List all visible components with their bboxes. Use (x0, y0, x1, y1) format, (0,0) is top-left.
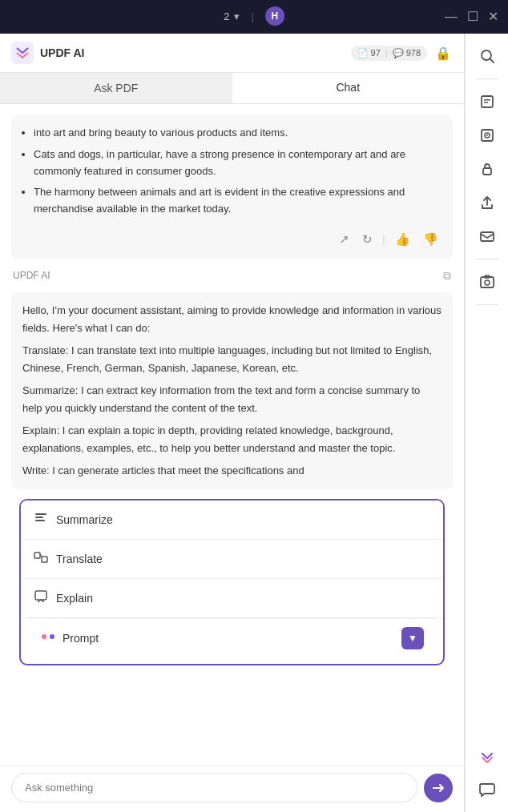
sidebar-divider-3 (476, 304, 498, 305)
sidebar-divider-2 (476, 259, 498, 259)
prompt-footer: Prompt ▼ (29, 618, 435, 657)
minimize-button[interactable]: — (445, 10, 458, 23)
translate-icon (34, 550, 48, 568)
dropdown-icon[interactable]: ▾ (234, 10, 240, 22)
copy-button[interactable]: ⧉ (443, 269, 451, 283)
search-sidebar-button[interactable] (473, 42, 502, 70)
email-sidebar-button[interactable] (473, 222, 502, 251)
svg-rect-11 (484, 99, 490, 101)
header: UPDF AI 📄 97 | 💬 978 🔒 (0, 34, 464, 73)
tab-ask-pdf[interactable]: Ask PDF (0, 73, 232, 103)
svg-point-19 (485, 280, 490, 285)
message-actions: ↗ ↻ | 👍 👎 (22, 224, 441, 250)
svg-rect-17 (481, 232, 494, 241)
send-button[interactable] (424, 774, 453, 802)
ai-intro: Hello, I'm your document assistant, aimi… (22, 302, 441, 337)
chat-content: into art and bring beauty to various pro… (0, 104, 464, 766)
updf-logo (11, 42, 34, 64)
ai-label-text: UPDF AI (13, 270, 50, 281)
previous-message-bubble: into art and bring beauty to various pro… (11, 115, 453, 259)
badge-container: 📄 97 | 💬 978 (351, 46, 427, 61)
lock-doc-sidebar-button[interactable] (473, 155, 502, 183)
tabs: Ask PDF Chat (0, 73, 464, 104)
svg-rect-5 (42, 557, 47, 562)
ai-summarize: Summarize: I can extract key information… (22, 382, 441, 417)
ai-explain: Explain: I can explain a topic in depth,… (22, 422, 441, 457)
svg-point-9 (482, 50, 491, 60)
user-avatar[interactable]: H (265, 6, 284, 26)
chat-input[interactable] (11, 773, 417, 802)
thumbs-down-button[interactable]: 👎 (420, 231, 441, 248)
input-area (0, 766, 464, 812)
prompt-item-summarize[interactable]: Summarize (21, 500, 443, 540)
badge-divider: | (385, 48, 388, 58)
svg-rect-3 (35, 520, 45, 521)
title-bar: 2 ▾ | H — ☐ ✕ (0, 0, 508, 34)
sidebar-bottom (473, 742, 502, 804)
svg-rect-4 (34, 553, 40, 558)
svg-point-15 (486, 135, 488, 136)
regenerate-button[interactable]: ↻ (359, 231, 376, 248)
explain-label: Explain (56, 592, 93, 605)
ai-message-bubble: Hello, I'm your document assistant, aimi… (11, 292, 453, 490)
prompt-footer-label: Prompt (62, 632, 395, 645)
prompt-panel: Summarize Translate (19, 499, 445, 665)
svg-rect-12 (484, 102, 488, 103)
svg-point-7 (42, 634, 46, 639)
translate-label: Translate (56, 553, 103, 565)
pdf-count: 97 (371, 48, 381, 58)
prompt-expand-button[interactable]: ▼ (401, 627, 424, 649)
share-sidebar-button[interactable] (473, 188, 502, 217)
svg-rect-1 (35, 513, 46, 515)
svg-rect-2 (35, 517, 43, 518)
bullet-3: The harmony between animals and art is e… (34, 184, 441, 218)
expand-button[interactable]: ↗ (336, 231, 353, 248)
scan-sidebar-button[interactable] (473, 121, 502, 150)
chat-badge: 💬 978 (393, 48, 421, 58)
lock-button[interactable]: 🔒 (433, 44, 453, 62)
ai-write: Write: I can generate articles that meet… (22, 462, 441, 480)
logo-text: UPDF AI (40, 46, 345, 59)
summarize-label: Summarize (56, 513, 113, 526)
svg-point-8 (50, 634, 54, 639)
chat-sidebar-button[interactable] (473, 775, 502, 804)
sidebar-divider-1 (476, 78, 498, 79)
prompt-item-translate[interactable]: Translate (21, 540, 443, 579)
window-number-area: 2 ▾ | H (224, 6, 284, 26)
ai-translate: Translate: I can translate text into mul… (22, 342, 441, 377)
svg-rect-16 (483, 168, 491, 175)
chat-count: 978 (406, 48, 421, 58)
tab-chat[interactable]: Chat (232, 73, 465, 103)
pdf-icon: 📄 (357, 48, 369, 58)
ocr-sidebar-button[interactable] (473, 87, 502, 116)
action-divider: | (382, 229, 385, 250)
prompt-item-explain[interactable]: Explain (21, 579, 443, 618)
svg-rect-18 (481, 277, 494, 287)
explain-icon (34, 589, 48, 607)
bullet-2: Cats and dogs, in particular, have a str… (34, 147, 441, 180)
right-sidebar (465, 34, 508, 812)
snapshot-sidebar-button[interactable] (473, 267, 502, 296)
summarize-icon (34, 511, 48, 529)
app-container: UPDF AI 📄 97 | 💬 978 🔒 Ask PDF Chat (0, 34, 508, 812)
chat-count-icon: 💬 (393, 48, 404, 58)
maximize-button[interactable]: ☐ (467, 10, 478, 23)
pdf-badge: 📄 97 (357, 48, 381, 58)
window-number: 2 (224, 10, 229, 22)
thumbs-up-button[interactable]: 👍 (392, 231, 413, 248)
prompt-dots-icon (40, 629, 56, 648)
left-panel: UPDF AI 📄 97 | 💬 978 🔒 Ask PDF Chat (0, 34, 465, 812)
ai-label-row: UPDF AI ⧉ (11, 269, 453, 283)
svg-rect-6 (35, 591, 46, 600)
ai-logo-sidebar-button[interactable] (473, 742, 502, 770)
bullet-1: into art and bring beauty to various pro… (34, 125, 441, 142)
close-button[interactable]: ✕ (488, 10, 498, 23)
